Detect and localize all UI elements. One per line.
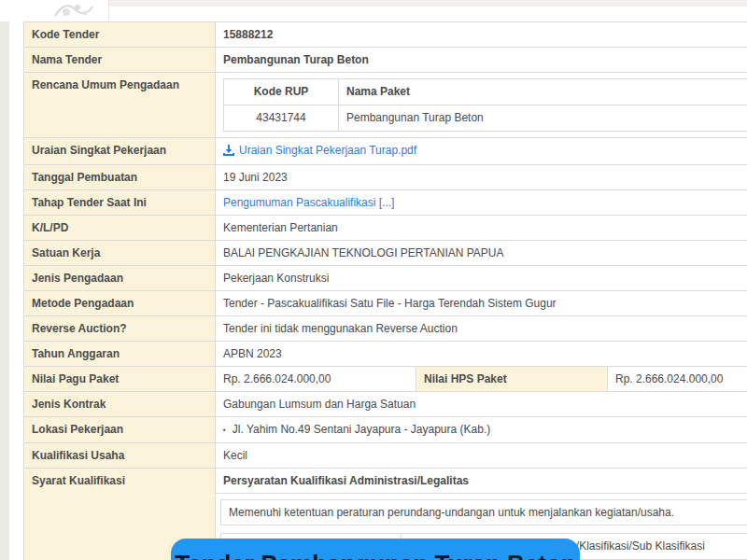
field-value: Gabungan Lumsum dan Harga Satuan (216, 392, 747, 417)
page-left-margin (0, 21, 9, 560)
field-value: APBN 2023 (216, 342, 747, 367)
field-value: Rp. 2.666.024.000,00 (608, 367, 747, 392)
field-value: 19 Juni 2023 (216, 165, 747, 190)
field-label: Kode Tender (24, 22, 216, 48)
table-row: Tanggal Pembuatan 19 Juni 2023 (24, 165, 747, 190)
field-value: Pembangunan Turap Beton (216, 48, 747, 73)
field-value: Pekerjaan Konstruksi (216, 266, 747, 291)
field-value: ▪Jl. Yahim No.49 Sentani Jayapura - Jaya… (216, 417, 747, 443)
field-value: Uraian Singkat Pekerjaan Turap.pdf (216, 138, 747, 165)
field-label: Nilai Pagu Paket (24, 367, 216, 392)
field-label: Nama Tender (24, 48, 216, 73)
table-row: Lokasi Pekerjaan ▪Jl. Yahim No.49 Sentan… (24, 417, 747, 443)
field-value: Tender - Pascakualifikasi Satu File - Ha… (216, 291, 747, 316)
field-value: Rp. 2.666.024.000,00 (216, 367, 416, 392)
syarat-section-heading: Persyaratan Kualifikasi Administrasi/Leg… (216, 469, 747, 494)
rup-kode-cell: 43431744 (224, 105, 339, 132)
field-label: Tanggal Pembuatan (24, 165, 216, 190)
syarat-note: Memenuhi ketentuan peraturan perundang-u… (220, 499, 747, 525)
table-row: Nilai Pagu Paket Rp. 2.666.024.000,00 Ni… (24, 367, 747, 392)
table-row: Jenis Kontrak Gabungan Lumsum dan Harga … (24, 392, 747, 417)
field-value: 15888212 (216, 22, 747, 48)
field-label: K/L/PD (24, 216, 216, 241)
field-label: Tahun Anggaran (24, 342, 216, 367)
field-value: BALAI PENGKAJIAN TEKNOLOGI PERTANIAN PAP… (216, 241, 747, 266)
table-row: Rencana Umum Pengadaan Kode RUP Nama Pak… (24, 73, 747, 138)
tahap-tender-link[interactable]: Pengumuman Pascakualifikasi [...] (223, 196, 394, 209)
field-label: Uraian Singkat Pekerjaan (24, 138, 216, 165)
field-label: Reverse Auction? (24, 316, 216, 342)
column-header: Kode RUP (224, 79, 339, 105)
rup-cell: Kode RUP Nama Paket 43431744 Pembangunan… (216, 73, 747, 138)
table-row: 43431744 Pembangunan Turap Beton (224, 105, 747, 132)
field-label: Jenis Pengadaan (24, 266, 216, 291)
download-icon (223, 145, 234, 159)
field-label: Satuan Kerja (24, 241, 216, 266)
column-header: Nama Paket (339, 79, 747, 105)
tender-detail-table: Kode Tender 15888212 Nama Tender Pembang… (23, 21, 747, 560)
field-label: Jenis Kontrak (24, 392, 216, 417)
table-row: Reverse Auction? Tender ini tidak menggu… (24, 316, 747, 342)
field-label: Rencana Umum Pengadaan (24, 73, 216, 138)
rup-nama-cell: Pembangunan Turap Beton (339, 105, 747, 132)
field-label: Metode Pengadaan (24, 291, 216, 316)
table-row: K/L/PD Kementerian Pertanian (24, 216, 747, 241)
table-row: Kode Tender 15888212 (24, 22, 747, 48)
field-value: Kecil (216, 443, 747, 469)
field-label: Tahap Tender Saat Ini (24, 190, 216, 216)
table-row: Kualifikasi Usaha Kecil (24, 443, 747, 469)
table-header-row: Kode RUP Nama Paket (224, 79, 747, 105)
field-value: Kementerian Pertanian (216, 216, 747, 241)
top-background-strip (108, 0, 747, 7)
active-tab[interactable] (23, 0, 109, 21)
table-row: Nama Tender Pembangunan Turap Beton (24, 48, 747, 73)
table-row: Uraian Singkat Pekerjaan Uraian Singkat … (24, 138, 747, 165)
table-row: Metode Pengadaan Tender - Pascakualifika… (24, 291, 747, 316)
field-label: Lokasi Pekerjaan (24, 417, 216, 443)
table-row: Jenis Pengadaan Pekerjaan Konstruksi (24, 266, 747, 291)
uraian-pdf-link[interactable]: Uraian Singkat Pekerjaan Turap.pdf (223, 144, 416, 157)
field-value: Pengumuman Pascakualifikasi [...] (216, 190, 747, 216)
field-label: Kualifikasi Usaha (24, 443, 216, 469)
table-row: Tahun Anggaran APBN 2023 (24, 342, 747, 367)
table-row: Tahap Tender Saat Ini Pengumuman Pascaku… (24, 190, 747, 216)
rup-table: Kode RUP Nama Paket 43431744 Pembangunan… (223, 78, 747, 132)
bullet-icon: ▪ (223, 424, 226, 437)
tender-title-bubble[interactable]: Tender Pembangunan Turap Beton (171, 539, 580, 560)
field-value: Tender ini tidak menggunakan Reverse Auc… (216, 316, 747, 342)
table-row: Satuan Kerja BALAI PENGKAJIAN TEKNOLOGI … (24, 241, 747, 266)
field-label: Nilai HPS Paket (416, 367, 608, 392)
